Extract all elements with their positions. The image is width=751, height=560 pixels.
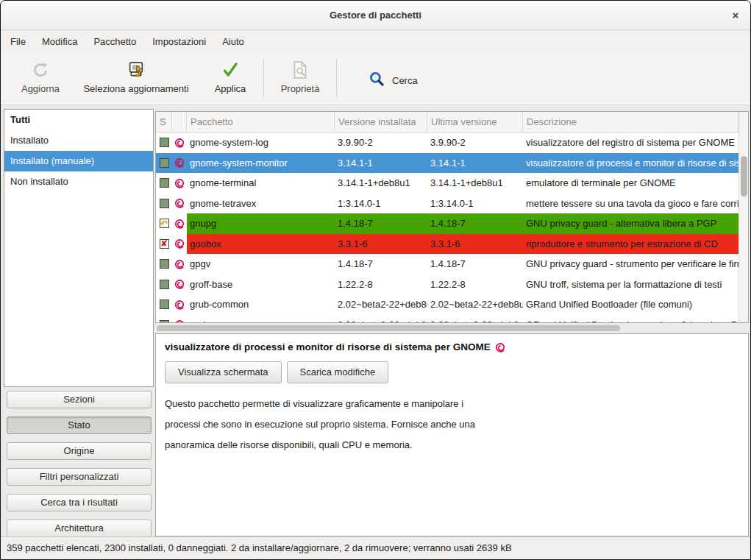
mark-all-upgrades-button[interactable]: Seleziona aggiornamenti (74, 56, 198, 100)
package-name: gnupg (187, 213, 335, 234)
horizontal-scrollbar[interactable] (155, 324, 749, 333)
installed-version: 1.4.18-7 (335, 258, 427, 269)
package-details-pane: visualizzatore di processi e monitor di … (155, 333, 749, 536)
latest-version: 1.4.18-7 (427, 213, 523, 234)
table-row[interactable]: gnupg 1.4.18-7 1.4.18-7 GNU privacy guar… (156, 213, 738, 234)
table-row[interactable]: gnome-terminal 3.14.1-1+deb8u1 3.14.1-1+… (156, 173, 738, 194)
package-description: GNU privacy guard - strumento per verifi… (523, 258, 738, 269)
menu-file[interactable]: File (2, 33, 34, 50)
statusbar: 359 pacchetti elencati, 2300 installati,… (1, 536, 750, 559)
search-label: Cerca (392, 75, 418, 86)
details-title: visualizzatore di processi e monitor di … (165, 341, 491, 352)
installed-version: 3.3.1-6 (335, 234, 427, 255)
status-button[interactable]: Stato (7, 417, 152, 434)
latest-version: 3.9.90-2 (427, 137, 523, 148)
horizontal-scrollbar-thumb[interactable] (157, 325, 620, 331)
filter-item-installato[interactable]: Installato (4, 130, 153, 151)
origin-button[interactable]: Origine (7, 442, 152, 460)
details-description: Questo pacchetto permette di visualizzar… (165, 394, 739, 456)
package-status-icon (160, 300, 169, 309)
package-name: grub-common (187, 299, 335, 310)
architecture-button[interactable]: Architettura (7, 520, 152, 537)
table-row[interactable]: groff-base 1.22.2-8 1.22.2-8 GNU troff, … (156, 274, 738, 295)
package-description: mettere tessere su una tavola da gioco e… (523, 198, 738, 209)
column-header-description[interactable]: Descrizione (523, 112, 738, 132)
package-name: grub-pc (187, 319, 335, 322)
table-header: S Pacchetto Versione installata Ultima v… (156, 112, 738, 132)
package-name: groff-base (187, 279, 335, 290)
column-header-origin[interactable] (172, 112, 187, 132)
filter-item-installato-manuale[interactable]: Installato (manuale) (4, 151, 153, 171)
properties-button[interactable]: Proprietà (265, 56, 335, 100)
menu-modifica[interactable]: Modifica (34, 33, 85, 50)
column-header-installed-version[interactable]: Versione installata (335, 112, 427, 132)
installed-version: 3.14.1-1 (335, 157, 427, 169)
reload-label: Aggiorna (21, 83, 60, 94)
table-body: gnome-system-log 3.9.90-2 3.9.90-2 visua… (156, 132, 738, 322)
vertical-scrollbar[interactable] (738, 112, 748, 322)
package-name: gnome-terminal (187, 177, 335, 188)
latest-version: 2.02~beta2-22+deb8u1 (427, 299, 523, 310)
properties-label: Proprietà (281, 83, 320, 94)
table-row[interactable]: gnome-system-log 3.9.90-2 3.9.90-2 visua… (156, 132, 738, 153)
package-status-icon (160, 178, 169, 188)
package-description: GRand Unified Bootloader, versione 2 (ve… (523, 319, 738, 322)
table-row[interactable]: gnome-system-monitor 3.14.1-1 3.14.1-1 v… (156, 153, 738, 174)
table-row[interactable]: gnome-tetravex 1:3.14.0-1 1:3.14.0-1 met… (156, 194, 738, 214)
menu-pacchetto[interactable]: Pacchetto (85, 33, 144, 50)
latest-version: 3.3.1-6 (427, 234, 523, 255)
table-row[interactable]: gpgv 1.4.18-7 1.4.18-7 GNU privacy guard… (156, 254, 738, 274)
search-icon (369, 71, 385, 90)
latest-version: 1.4.18-7 (427, 258, 523, 269)
reload-button[interactable]: Aggiorna (7, 56, 74, 100)
table-row[interactable]: goobox 3.3.1-6 3.3.1-6 riproduttore e st… (156, 234, 738, 255)
toolbar-separator (336, 59, 337, 97)
debian-swirl-icon (174, 300, 185, 310)
installed-version: 3.9.90-2 (335, 137, 427, 148)
custom-filters-button[interactable]: Filtri personalizzati (7, 468, 152, 486)
details-title-row: visualizzatore di processi e monitor di … (165, 341, 739, 352)
package-description: visualizzatore del registro di sistema p… (523, 137, 738, 148)
package-status-remove-icon (160, 239, 169, 249)
synaptic-window: Gestore di pacchetti × File Modifica Pac… (0, 0, 751, 560)
get-changelog-button[interactable]: Scarica modifiche (287, 361, 389, 383)
toolbar-separator (263, 59, 264, 97)
column-header-package[interactable]: Pacchetto (187, 112, 335, 132)
package-status-icon (160, 259, 169, 269)
package-name: gpgv (187, 258, 335, 269)
table-row[interactable]: grub-pc 2.02~beta2-22+deb8u1 2.02~beta2-… (156, 315, 738, 323)
statusbar-text: 359 pacchetti elencati, 2300 installati,… (7, 542, 512, 553)
debian-swirl-icon (174, 279, 185, 289)
package-description: GNU privacy guard - alternativa libera a… (523, 213, 738, 234)
package-status-icon (160, 138, 169, 147)
filter-item-tutti[interactable]: Tutti (4, 110, 153, 130)
filter-item-non-installato[interactable]: Non installato (4, 171, 153, 192)
get-screenshot-button[interactable]: Visualizza schermata (165, 361, 282, 383)
titlebar[interactable]: Gestore di pacchetti × (1, 1, 750, 30)
table-row[interactable]: grub-common 2.02~beta2-22+deb8u1 2.02~be… (156, 294, 738, 315)
column-header-status[interactable]: S (156, 112, 172, 132)
apply-check-icon (221, 59, 240, 81)
package-name: goobox (187, 234, 335, 255)
latest-version: 3.14.1-1+deb8u1 (427, 177, 523, 188)
package-description: GNU troff, sistema per la formattazione … (523, 279, 738, 290)
menu-impostazioni[interactable]: Impostazioni (144, 33, 214, 50)
sections-button[interactable]: Sezioni (7, 391, 152, 408)
search-button[interactable]: Cerca (363, 68, 424, 93)
package-description: GRand Unified Bootloader (file comuni) (523, 299, 738, 310)
latest-version: 1.22.2-8 (427, 279, 523, 290)
debian-swirl-icon (174, 138, 185, 148)
debian-swirl-icon (174, 157, 185, 168)
vertical-scrollbar-thumb[interactable] (741, 156, 747, 196)
properties-icon (291, 59, 309, 81)
package-status-icon (160, 280, 169, 289)
debian-swirl-icon (495, 342, 505, 352)
menu-aiuto[interactable]: Aiuto (214, 33, 252, 50)
column-header-latest-version[interactable]: Ultima versione (427, 112, 523, 132)
close-icon[interactable]: × (728, 8, 743, 23)
package-table: S Pacchetto Versione installata Ultima v… (155, 111, 749, 323)
installed-version: 2.02~beta2-22+deb8u1 (335, 319, 427, 322)
apply-label: Applica (215, 83, 246, 94)
apply-button[interactable]: Applica (198, 56, 263, 100)
search-results-button[interactable]: Cerca tra i risultati (7, 494, 152, 511)
